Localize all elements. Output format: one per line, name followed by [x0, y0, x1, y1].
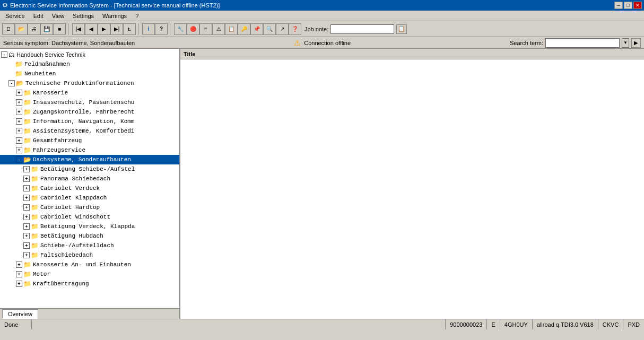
- tree-expand[interactable]: +: [16, 109, 22, 115]
- tree-expand-technische[interactable]: -: [8, 80, 15, 86]
- toolbar-tool-10[interactable]: ❓: [289, 23, 301, 35]
- tree-item-betatigung-schiebe[interactable]: + 📁 Betätigung Schiebe-/Aufstel: [0, 164, 179, 174]
- title-bar-controls[interactable]: ─ □ ✕: [614, 2, 642, 9]
- toolbar-next[interactable]: ▶: [98, 23, 110, 35]
- tree-item-schiebe-aufstell[interactable]: + 📁 Schiebe-/Aufstelldach: [0, 241, 179, 250]
- minimize-button[interactable]: ─: [614, 2, 623, 9]
- toolbar-btn-5[interactable]: ■: [53, 23, 66, 35]
- tree-expand[interactable]: +: [16, 147, 22, 153]
- tree-expand[interactable]: +: [16, 90, 22, 96]
- menu-view[interactable]: View: [48, 11, 69, 21]
- job-note-input[interactable]: [330, 24, 394, 34]
- tree-expand[interactable]: +: [23, 214, 30, 220]
- tree-expand[interactable]: +: [16, 137, 22, 144]
- tree-expand[interactable]: +: [16, 99, 22, 106]
- tree-label: Betätigung Hubdach: [40, 233, 103, 239]
- tree-expand[interactable]: +: [23, 242, 30, 249]
- toolbar: 🗋 📂 🖨 💾 ■ |◀ ◀ ▶ ▶| t. i ? 🔧 🔴 ≡ ⚠ 📋 🔑 📌…: [0, 21, 644, 37]
- tree-item-assistenz[interactable]: + 📁 Assistenzsysteme, Komfortbedi: [0, 126, 179, 136]
- toolbar-tool-4[interactable]: ⚠: [212, 23, 225, 35]
- tree-label: Dachsysteme, Sonderaufbauten: [33, 156, 131, 163]
- tree-expand[interactable]: +: [23, 252, 30, 258]
- toolbar-tool-5[interactable]: 📋: [225, 23, 238, 35]
- tree-item-gesamt[interactable]: + 📁 Gesamtfahrzeug: [0, 136, 179, 145]
- tree-expand[interactable]: +: [23, 176, 30, 182]
- tree-item-motor[interactable]: + 📁 Motor: [0, 269, 179, 279]
- toolbar-btn-4[interactable]: 💾: [40, 23, 53, 35]
- search-input[interactable]: [545, 38, 620, 48]
- toolbar-last[interactable]: ▶|: [110, 23, 123, 35]
- toolbar-prev[interactable]: ◀: [85, 23, 98, 35]
- job-note-button[interactable]: 📋: [396, 24, 407, 34]
- status-seg-2-text: E: [491, 321, 495, 328]
- tree-item-zugang[interactable]: + 📁 Zugangskontrolle, Fahrberecht: [0, 107, 179, 117]
- tree-expand[interactable]: +: [16, 128, 22, 134]
- tab-overview[interactable]: Overview: [2, 309, 38, 319]
- maximize-button[interactable]: □: [624, 2, 632, 9]
- tree-expand[interactable]: +: [23, 223, 30, 230]
- tree-item-fahrzeug[interactable]: + 📁 Fahrzeugservice: [0, 145, 179, 155]
- toolbar-btn-1[interactable]: 🗋: [2, 23, 15, 35]
- menu-help[interactable]: ?: [131, 11, 143, 21]
- tree-root[interactable]: - 🗂 Handbuch Service Technik: [0, 50, 179, 59]
- tree-item-insassen[interactable]: + 📁 Insassenschutz, Passantenschu: [0, 98, 179, 107]
- tree-expand[interactable]: +: [16, 261, 22, 268]
- menu-edit[interactable]: Edit: [29, 11, 48, 21]
- status-seg-4-text: allroad q.TDI3.0 V618: [537, 321, 594, 328]
- tree-expand[interactable]: +: [23, 166, 30, 172]
- folder-open-icon: 📂: [23, 156, 31, 163]
- tree-item-cabriolet-hard[interactable]: + 📁 Cabriolet Hardtop: [0, 203, 179, 212]
- tree-label: Karosserie An- und Einbauten: [33, 261, 131, 268]
- tree-expand[interactable]: +: [23, 233, 30, 239]
- tree-item-betatigung-hub[interactable]: + 📁 Betätigung Hubdach: [0, 231, 179, 241]
- tree-item-cabriolet-verdeck[interactable]: + 📁 Cabriolet Verdeck: [0, 184, 179, 193]
- search-dropdown-button[interactable]: ▼: [622, 38, 629, 48]
- status-seg-3-text: 4GH0UY: [504, 321, 528, 328]
- tree-item-kraftuber[interactable]: + 📁 Kraftübertragung: [0, 279, 179, 289]
- toolbar-info[interactable]: i: [142, 23, 155, 35]
- tree-item-dachsysteme[interactable]: - 📂 Dachsysteme, Sonderaufbauten: [0, 155, 179, 164]
- toolbar-tool-1[interactable]: 🔧: [174, 23, 187, 35]
- tree-item-faltschiebe[interactable]: + 📁 Faltschiebedach: [0, 250, 179, 260]
- job-note-label: Job note:: [304, 26, 328, 32]
- folder-icon: 📁: [15, 70, 23, 77]
- toolbar-sep-2: [138, 23, 140, 35]
- menu-service[interactable]: Service: [1, 11, 29, 21]
- toolbar-first[interactable]: |◀: [72, 23, 85, 35]
- toolbar-tool-6[interactable]: 🔑: [238, 23, 250, 35]
- menu-settings[interactable]: Settings: [68, 11, 98, 21]
- toolbar-btn-2[interactable]: 📂: [15, 23, 28, 35]
- tree-content[interactable]: - 🗂 Handbuch Service Technik 📁 Feldmaßna…: [0, 49, 179, 308]
- search-go-button[interactable]: ▶: [631, 38, 641, 48]
- tree-item-karosserie-an[interactable]: + 📁 Karosserie An- und Einbauten: [0, 260, 179, 269]
- tree-expand-dach[interactable]: -: [16, 156, 22, 163]
- toolbar-tool-8[interactable]: 🔍: [263, 23, 276, 35]
- menu-warnings[interactable]: Warnings: [98, 11, 131, 21]
- tree-expand[interactable]: +: [23, 185, 30, 191]
- toolbar-help[interactable]: ?: [155, 23, 168, 35]
- tree-expand[interactable]: +: [16, 271, 22, 277]
- tree-item-betatigung-verdeck[interactable]: + 📁 Betätigung Verdeck, Klappda: [0, 222, 179, 231]
- tree-panel: - 🗂 Handbuch Service Technik 📁 Feldmaßna…: [0, 49, 180, 319]
- tree-item-technische[interactable]: - 📂 Technische Produktinformationen: [0, 79, 179, 88]
- tree-item-karosserie[interactable]: + 📁 Karosserie: [0, 88, 179, 98]
- toolbar-tool-7[interactable]: 📌: [250, 23, 263, 35]
- tree-item-information[interactable]: + 📁 Information, Navigation, Komm: [0, 117, 179, 126]
- toolbar-text[interactable]: t.: [123, 23, 136, 35]
- toolbar-btn-3[interactable]: 🖨: [28, 23, 40, 35]
- toolbar-tool-3[interactable]: ≡: [199, 23, 212, 35]
- content-area[interactable]: [180, 59, 644, 319]
- tree-expand[interactable]: +: [23, 195, 30, 201]
- tree-expand[interactable]: +: [16, 281, 22, 287]
- tree-item-feldmassnahmen[interactable]: 📁 Feldmaßnahmen: [0, 59, 179, 69]
- close-button[interactable]: ✕: [633, 2, 642, 9]
- tree-expand[interactable]: +: [23, 204, 30, 211]
- tree-item-cabriolet-wind[interactable]: + 📁 Cabriolet Windschott: [0, 212, 179, 222]
- tree-item-neuheiten[interactable]: 📁 Neuheiten: [0, 69, 179, 79]
- tree-item-cabriolet-klapp[interactable]: + 📁 Cabriolet Klappdach: [0, 193, 179, 203]
- tree-item-panorama[interactable]: + 📁 Panorama-Schiebedach: [0, 174, 179, 184]
- tree-expand[interactable]: +: [16, 118, 22, 125]
- toolbar-tool-2[interactable]: 🔴: [187, 23, 199, 35]
- toolbar-tool-9[interactable]: ↗: [276, 23, 289, 35]
- tree-expand-root[interactable]: -: [1, 51, 7, 58]
